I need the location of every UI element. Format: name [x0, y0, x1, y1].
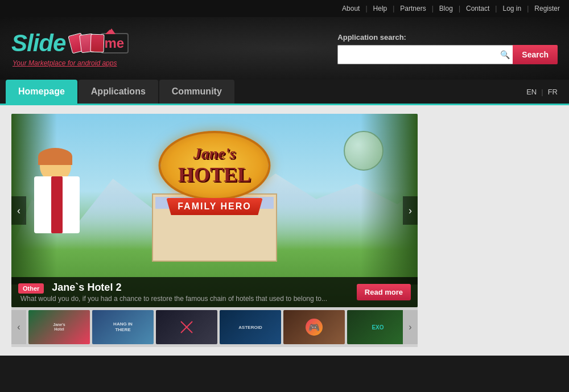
main-column: Jane's HOTEL FAMILY HERO Other: [11, 114, 558, 347]
logo-tagline-your: Your: [13, 59, 27, 67]
thumbnail-items: Jane'sHotel HANG INTHERE ASTEROID: [26, 310, 403, 344]
janes-text: Jane's: [178, 145, 251, 163]
logo-tagline: Your Marketplace for android apps: [13, 59, 117, 67]
nav-contact[interactable]: Contact: [463, 3, 493, 14]
nav-partners[interactable]: Partners: [397, 3, 429, 14]
logo-main: Slide me: [11, 30, 129, 57]
banner-title: Jane`s Hotel 2: [52, 282, 121, 294]
tab-community[interactable]: Community: [159, 80, 234, 104]
thumbnail-2[interactable]: HANG INTHERE: [92, 310, 154, 344]
read-more-button[interactable]: Read more: [357, 284, 411, 300]
banner-title-row: Other Jane`s Hotel 2: [18, 282, 357, 294]
logo-me-area: me: [70, 33, 129, 53]
nav-tabs: Homepage Applications Community EN | FR: [0, 80, 569, 105]
featured-banner: Jane's HOTEL FAMILY HERO Other: [11, 114, 418, 307]
banner-info-bar: Other Jane`s Hotel 2 What would you do, …: [11, 277, 418, 307]
logo: Slide me Your Marketplace for android ap…: [11, 30, 129, 67]
banner-prev-arrow[interactable]: ‹: [11, 196, 26, 225]
content-layout: Jane's HOTEL FAMILY HERO Other: [11, 114, 558, 347]
language-switcher: EN | FR: [526, 88, 558, 96]
banner-next-arrow[interactable]: ›: [403, 196, 418, 225]
logo-slide-text: Slide: [11, 30, 65, 57]
main-content: Jane's HOTEL FAMILY HERO Other: [0, 105, 569, 356]
thumbnail-strip: ‹ Jane'sHotel HANG INTHERE ASTEROID: [11, 307, 418, 347]
thumbnail-1[interactable]: Jane'sHotel: [28, 310, 90, 344]
banner-logo-overlay: Jane's HOTEL FAMILY HERO: [113, 131, 316, 215]
search-label: Application search:: [337, 33, 558, 42]
search-area: Application search: 🔍 Search: [337, 33, 558, 64]
banner-description: What would you do, if you had a chance t…: [18, 295, 357, 303]
card-icon-3: [90, 34, 105, 53]
logo-tagline-rest: Marketplace for android apps: [27, 59, 117, 67]
hotel-text: HOTEL: [178, 163, 251, 187]
nav-help[interactable]: Help: [370, 3, 391, 14]
tab-applications[interactable]: Applications: [79, 80, 158, 104]
nav-about[interactable]: About: [339, 3, 363, 14]
banner-category-badge: Other: [18, 283, 44, 294]
logo-me-box: me: [101, 33, 129, 53]
thumbnail-3[interactable]: [156, 310, 217, 344]
banner-text-area: Other Jane`s Hotel 2 What would you do, …: [18, 282, 357, 303]
logo-cards: [70, 34, 104, 52]
banner-character: [26, 151, 88, 276]
header: Slide me Your Marketplace for android ap…: [0, 17, 569, 80]
nav-register[interactable]: Register: [531, 3, 563, 14]
search-row: 🔍 Search: [337, 45, 558, 64]
thumb-next-arrow[interactable]: ›: [403, 310, 418, 344]
janes-hotel-logo: Jane's HOTEL: [159, 131, 270, 200]
search-input[interactable]: [337, 45, 497, 64]
thumbnail-4[interactable]: ASTEROID: [220, 310, 281, 344]
nav-blog[interactable]: Blog: [436, 3, 456, 14]
family-hero-text: FAMILY HERO: [178, 201, 251, 211]
search-button[interactable]: Search: [513, 45, 558, 64]
thumb-prev-arrow[interactable]: ‹: [11, 310, 26, 344]
top-navigation: About | Help | Partners | Blog | Contact…: [0, 0, 569, 17]
lang-en[interactable]: EN: [526, 88, 537, 96]
tab-homepage[interactable]: Homepage: [6, 80, 77, 104]
logo-me-text: me: [104, 35, 124, 51]
logo-arrow-top: [108, 28, 116, 34]
lang-fr[interactable]: FR: [548, 88, 558, 96]
thumbnail-6[interactable]: EXO: [347, 310, 403, 344]
thumbnail-5[interactable]: 🎮: [283, 310, 345, 344]
banner-orb: [344, 131, 384, 171]
family-hero-banner: FAMILY HERO: [166, 198, 263, 215]
search-icon: 🔍: [497, 45, 513, 64]
nav-login[interactable]: Log in: [499, 3, 525, 14]
